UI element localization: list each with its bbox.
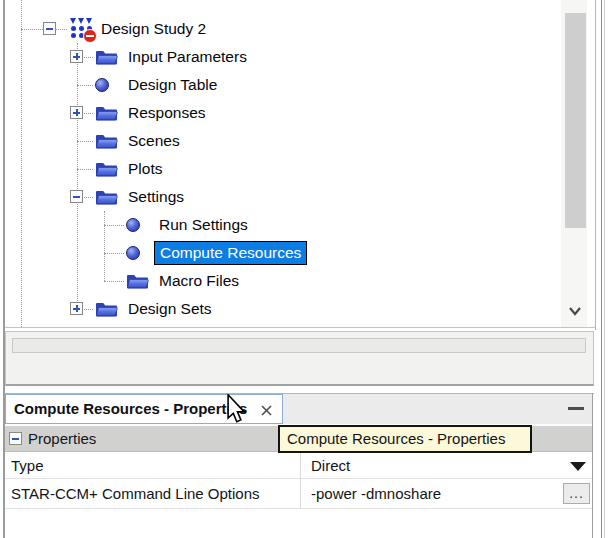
collapse-icon[interactable] xyxy=(70,190,83,203)
expand-icon[interactable] xyxy=(70,302,83,315)
tree-connector xyxy=(77,85,93,86)
tree-item-label[interactable]: Macro Files xyxy=(154,267,244,295)
tree-item-design-study-2[interactable]: Design Study 2 xyxy=(5,15,561,43)
collapse-icon[interactable] xyxy=(9,432,22,445)
tree-connector xyxy=(104,281,124,282)
tree-item-label[interactable]: Design Study 2 xyxy=(96,15,211,43)
minimize-icon[interactable] xyxy=(568,407,584,410)
panel-right-border xyxy=(592,393,593,538)
folder-icon xyxy=(126,272,149,290)
status-panel xyxy=(5,331,594,386)
status-progress-bar xyxy=(12,338,586,353)
tree-item-input-parameters[interactable]: Input Parameters xyxy=(5,43,561,71)
property-name: STAR-CCM+ Command Line Options xyxy=(11,479,260,508)
panel-left-border xyxy=(3,0,5,538)
property-row-type: Type Direct xyxy=(4,452,592,479)
tree-item-design-table[interactable]: Design Table xyxy=(5,71,561,99)
tree-item-label[interactable]: Design Table xyxy=(123,71,222,99)
close-icon[interactable] xyxy=(260,403,273,416)
tree-item-compute-resources[interactable]: Compute Resources xyxy=(5,239,561,267)
window-right-border xyxy=(601,0,602,538)
property-name: Type xyxy=(11,452,44,478)
tree-item-design-sets[interactable]: Design Sets xyxy=(5,295,561,323)
folder-icon xyxy=(95,300,118,318)
dot xyxy=(86,18,92,24)
tree-item-label[interactable]: Input Parameters xyxy=(123,43,252,71)
dot xyxy=(71,26,76,31)
tree-item-responses[interactable]: Responses xyxy=(5,99,561,127)
stopped-badge-icon xyxy=(83,29,97,43)
bullet-icon xyxy=(95,78,109,92)
mouse-cursor xyxy=(226,394,246,428)
folder-icon xyxy=(95,104,118,122)
tree-connector xyxy=(104,253,124,254)
properties-tab-strip: Compute Resources - Properties xyxy=(4,394,593,424)
dot xyxy=(78,18,84,24)
expand-icon[interactable] xyxy=(70,50,83,63)
tree-item-label[interactable]: Compute Resources xyxy=(154,241,307,265)
chevron-down-filled-icon[interactable] xyxy=(570,462,586,471)
property-value-command-line-options[interactable]: -power -dmnoshare xyxy=(306,479,441,508)
tree-item-label[interactable]: Scenes xyxy=(123,127,185,155)
tree-item-plots[interactable]: Plots xyxy=(5,155,561,183)
dot xyxy=(79,26,84,31)
tree-item-macro-files[interactable]: Macro Files xyxy=(5,267,561,295)
bullet-icon xyxy=(126,246,140,260)
tree-item-label[interactable]: Settings xyxy=(123,183,189,211)
section-title: Properties xyxy=(28,426,96,451)
tree-item-run-settings[interactable]: Run Settings xyxy=(5,211,561,239)
tree-connector xyxy=(77,169,93,170)
tree-connector xyxy=(104,225,124,226)
column-divider xyxy=(300,452,301,509)
tree-connector xyxy=(77,141,93,142)
ellipsis-icon[interactable] xyxy=(563,483,590,504)
property-row-command-line-options: STAR-CCM+ Command Line Options -power -d… xyxy=(4,479,592,509)
tree-item-label[interactable]: Run Settings xyxy=(154,211,253,239)
dot xyxy=(70,18,76,24)
panel-right-border xyxy=(595,0,596,330)
window-right-border xyxy=(604,0,605,538)
tree-scrollbar[interactable] xyxy=(561,0,587,327)
tree-item-label[interactable]: Plots xyxy=(123,155,167,183)
tree-item-settings[interactable]: Settings xyxy=(5,183,561,211)
tooltip: Compute Resources - Properties xyxy=(278,425,532,453)
scrollbar-thumb[interactable] xyxy=(565,13,586,228)
app-window: Design Study 2Input ParametersDesign Tab… xyxy=(0,0,616,538)
divider xyxy=(4,327,596,328)
tree-item-scenes[interactable]: Scenes xyxy=(5,127,561,155)
design-study-icon xyxy=(69,18,95,41)
bullet-icon xyxy=(126,218,140,232)
dot xyxy=(71,33,76,38)
folder-icon xyxy=(95,188,118,206)
tree-item-label[interactable]: Design Sets xyxy=(123,295,217,323)
design-tree-panel: Design Study 2Input ParametersDesign Tab… xyxy=(5,0,561,327)
tab-title: Compute Resources - Properties xyxy=(14,395,247,423)
tree-item-label[interactable]: Responses xyxy=(123,99,211,127)
expand-icon[interactable] xyxy=(70,106,83,119)
property-value-type[interactable]: Direct xyxy=(306,452,350,478)
chevron-down-icon[interactable] xyxy=(567,303,583,319)
folder-icon xyxy=(95,132,118,150)
folder-icon xyxy=(95,160,118,178)
collapse-icon[interactable] xyxy=(43,22,56,35)
folder-icon xyxy=(95,48,118,66)
